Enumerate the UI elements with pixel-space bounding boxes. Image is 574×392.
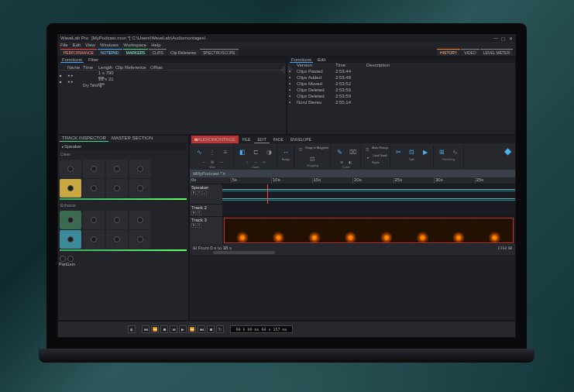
play-button[interactable]: ▶: [179, 325, 187, 333]
cut-btn[interactable]: ◐: [346, 158, 354, 166]
ribbon-tab-edit[interactable]: EDIT: [254, 136, 269, 143]
view-btn[interactable]: ⋯: [217, 158, 225, 166]
fx-slot[interactable]: [60, 160, 81, 178]
cut-btn[interactable]: ⊕: [338, 158, 345, 166]
mute-button[interactable]: M: [191, 191, 196, 195]
menu-help[interactable]: Help: [151, 43, 160, 47]
menu-edit[interactable]: Edit: [73, 43, 81, 47]
ribbon-tab-envelope[interactable]: ENVELOPE: [287, 136, 314, 143]
split-icon[interactable]: ✂: [393, 146, 405, 158]
playhead[interactable]: [267, 184, 268, 204]
view-icon[interactable]: ≡: [219, 146, 232, 158]
marker-row[interactable]: ▶⬥⬥16 s 21 ms: [60, 77, 284, 83]
history-edit[interactable]: Edit: [316, 57, 327, 62]
gain-knob[interactable]: Gain: [67, 256, 74, 266]
fx-slot[interactable]: [129, 160, 151, 178]
markers-filter[interactable]: Filter: [87, 57, 100, 62]
time-ruler[interactable]: 0s5s10s15s20s25s30s35s: [190, 177, 515, 184]
tab-level[interactable]: LEVEL METER: [480, 49, 513, 56]
fx-slot[interactable]: [106, 179, 128, 198]
solo-button[interactable]: S: [197, 211, 201, 215]
erase-icon[interactable]: ⌧: [346, 146, 359, 158]
tab-clipref[interactable]: Clip Reference: [167, 49, 199, 56]
view-btn[interactable]: ⊞: [208, 158, 216, 166]
fx-slot[interactable]: [106, 160, 128, 178]
editor-tab-montage[interactable]: ⊞ AUDIOMONTAGE: [191, 136, 239, 143]
rewind-button[interactable]: ⏪: [151, 325, 159, 333]
zoom-btn[interactable]: ↕: [243, 158, 251, 166]
nudge-icon[interactable]: ↔: [280, 146, 292, 158]
fx-lane[interactable]: Speaker: [222, 205, 515, 216]
split-icon[interactable]: ▶: [419, 146, 431, 158]
track-header[interactable]: Speaker MS●: [190, 184, 222, 204]
pencil-icon[interactable]: ✎: [333, 146, 345, 158]
solo-button[interactable]: S: [197, 191, 201, 195]
fx-slot[interactable]: [83, 179, 105, 198]
tab-history[interactable]: HISTORY: [437, 49, 460, 56]
fx-slot[interactable]: [106, 230, 128, 249]
render-icon[interactable]: ∿: [449, 146, 462, 158]
tab-notepad[interactable]: NOTEPAD: [98, 49, 122, 56]
ribbon-tab-fade[interactable]: FADE: [270, 136, 287, 143]
history-row[interactable]: ▪Nord Stereo2:55:14: [287, 100, 515, 106]
zoom-btn[interactable]: ✂: [260, 158, 268, 166]
menu-windows[interactable]: Windows: [100, 43, 119, 47]
zoom-icon[interactable]: ◧: [236, 146, 249, 158]
horizontal-scrollbar[interactable]: [190, 250, 515, 255]
track-header[interactable]: Track 2 MS: [190, 205, 222, 216]
split-icon[interactable]: ⊡: [406, 146, 418, 158]
tab-spectro[interactable]: SPECTROSCOPE: [200, 49, 239, 56]
ripple-checkbox[interactable]: ☑: [363, 146, 371, 153]
zoom-icon[interactable]: ◑: [263, 146, 275, 158]
jog-button[interactable]: ◐: [128, 325, 136, 333]
ripple-btn[interactable]: ▸: [364, 153, 372, 161]
view-icon[interactable]: ⋮: [206, 146, 218, 158]
pause-button[interactable]: ⏯: [170, 325, 177, 333]
rec-button[interactable]: ●: [202, 191, 207, 195]
mute-button[interactable]: M: [191, 223, 196, 228]
record-button[interactable]: ⏺: [207, 325, 215, 333]
stop-button[interactable]: ⏹: [160, 325, 168, 333]
channel-strip[interactable]: ▸ Speaker: [60, 143, 187, 150]
zoom-icon[interactable]: ⊏: [249, 146, 262, 158]
forward-button[interactable]: ⏩: [188, 325, 196, 333]
tab-video[interactable]: VIDEO: [461, 49, 479, 56]
zoom-btn[interactable]: ↔: [252, 158, 260, 166]
skip-end-button[interactable]: ⏭: [198, 325, 205, 333]
fx-slot-active[interactable]: [60, 230, 81, 249]
mute-button[interactable]: M: [191, 211, 196, 215]
markers-functions[interactable]: Functions: [60, 57, 84, 63]
fx-slot[interactable]: [129, 211, 151, 229]
history-row[interactable]: ▪Clips Deleted2:53:56: [287, 88, 515, 94]
view-btn[interactable]: ⋯: [200, 158, 208, 166]
menu-workspace[interactable]: Workspace: [123, 43, 146, 47]
tab-inspector[interactable]: TRACK INSPECTOR: [60, 136, 108, 142]
history-row[interactable]: ▪Clips Deleted2:53:59: [287, 94, 515, 100]
fx-slot-active[interactable]: [60, 179, 81, 198]
video-clip[interactable]: [224, 218, 514, 243]
tab-performance[interactable]: PERFORMANCE: [60, 49, 97, 56]
marker-row[interactable]: ▶⬥⬥1 s 790 ms: [60, 70, 284, 77]
fx-slot[interactable]: [129, 179, 151, 198]
close-button[interactable]: ✕: [509, 36, 513, 41]
skip-start-button[interactable]: ⏮: [142, 325, 150, 333]
history-row[interactable]: ▪Clips Pasted2:53:44: [287, 69, 515, 75]
snap-checkbox[interactable]: ☑: [297, 146, 304, 153]
track-header[interactable]: Track 3 MS: [190, 217, 222, 244]
ribbon-tab-file[interactable]: FILE: [239, 136, 254, 143]
view-wave-icon[interactable]: ∿: [193, 146, 205, 158]
diamond-icon[interactable]: ◆: [501, 145, 514, 157]
magnet-icon[interactable]: ⊡: [307, 153, 319, 164]
menu-view[interactable]: View: [85, 43, 95, 47]
status-zoom[interactable]: ⊡ ⊟ ⊞: [498, 245, 512, 250]
document-tab[interactable]: ⊞ MyPodcast * ✕: [190, 170, 515, 177]
audio-lane[interactable]: [222, 184, 515, 204]
tab-clips[interactable]: CLIPS: [149, 49, 166, 56]
minimize-button[interactable]: —: [493, 36, 498, 40]
fx-slot[interactable]: [83, 211, 105, 229]
render-icon[interactable]: ⊞: [436, 146, 449, 158]
solo-button[interactable]: S: [197, 223, 201, 228]
tab-markers[interactable]: MARKERS: [123, 49, 149, 56]
history-row[interactable]: ▪Clips Added2:53:48: [287, 75, 515, 81]
fx-slot[interactable]: [106, 211, 128, 229]
